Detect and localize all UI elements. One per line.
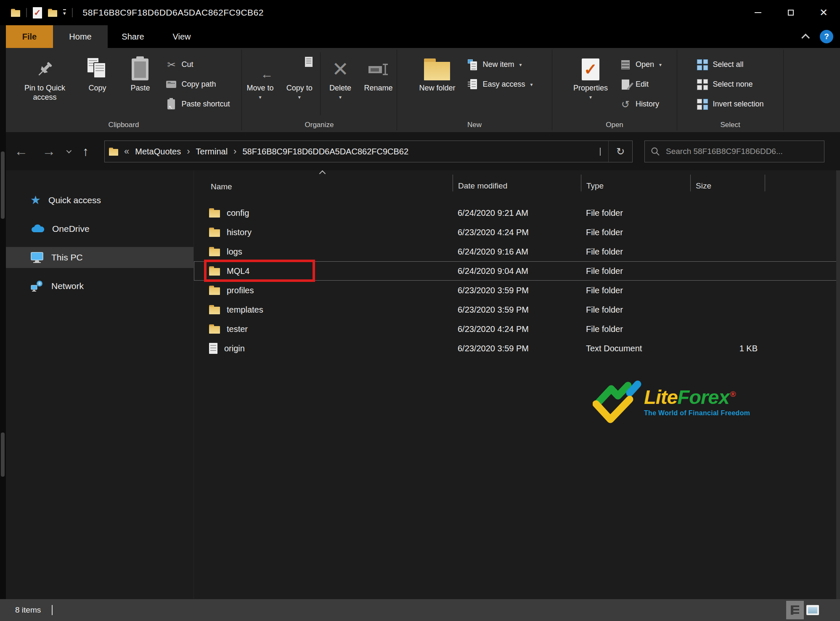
large-icons-view-button[interactable] xyxy=(804,601,821,619)
select-all-button[interactable]: Select all xyxy=(697,55,763,74)
minimize-button[interactable] xyxy=(742,0,774,25)
sidebar-item-this-pc[interactable]: This PC xyxy=(0,247,193,268)
file-row-profiles[interactable]: profiles 6/23/2020 3:59 PM File folder xyxy=(194,281,840,300)
copy-path-button[interactable]: Copy path xyxy=(165,74,230,94)
background-scrollbar-artifact xyxy=(1,151,5,219)
vertical-scrollbar[interactable] xyxy=(836,170,840,599)
paste-button[interactable]: Paste xyxy=(122,50,158,93)
sidebar-item-network[interactable]: Network xyxy=(0,276,193,297)
pin-to-quick-access-button[interactable]: Pin to Quick access xyxy=(17,50,72,102)
sidebar-item-quick-access[interactable]: ★ Quick access xyxy=(0,190,193,211)
close-button[interactable]: ✕ xyxy=(807,0,840,25)
registered-mark: ® xyxy=(730,390,736,398)
refresh-icon[interactable]: ↻ xyxy=(608,141,632,162)
file-row-tester[interactable]: tester 6/23/2020 4:24 PM File folder xyxy=(194,319,840,339)
move-to-button[interactable]: ← Move to xyxy=(242,50,278,102)
select-none-button[interactable]: Select none xyxy=(697,74,763,94)
tab-view[interactable]: View xyxy=(158,25,205,48)
main-area: ★ Quick access OneDrive This PC xyxy=(0,170,840,599)
file-rows: config 6/24/2020 9:21 AM File folder his… xyxy=(194,203,840,358)
properties-check-icon[interactable]: ✓ xyxy=(33,7,42,19)
details-view-icon xyxy=(791,605,799,615)
paste-shortcut-button[interactable]: Paste shortcut xyxy=(165,94,230,114)
new-folder-button[interactable]: New folder xyxy=(416,50,458,93)
ribbon-separator xyxy=(783,50,784,130)
tab-home[interactable]: Home xyxy=(53,25,108,48)
invert-selection-button[interactable]: Invert selection xyxy=(697,94,763,114)
file-name: config xyxy=(227,208,249,218)
navigation-bar: ← → ↑ « MetaQuotes › Terminal › 58F16B8C… xyxy=(0,132,840,170)
details-view-button[interactable] xyxy=(786,601,804,619)
open-label: Open xyxy=(636,60,654,69)
sidebar-item-onedrive[interactable]: OneDrive xyxy=(0,218,193,239)
breadcrumb-item-metaquotes[interactable]: MetaQuotes xyxy=(135,147,181,157)
column-header-type[interactable]: Type xyxy=(581,175,690,191)
breadcrumb-item-guid[interactable]: 58F16B8C9F18D6DD6A5DAC862FC9CB62 xyxy=(242,147,408,157)
window-title: 58F16B8C9F18D6DD6A5DAC862FC9CB62 xyxy=(83,8,264,18)
column-header-date-modified[interactable]: Date modified xyxy=(453,175,581,191)
forward-button[interactable]: → xyxy=(42,132,56,170)
new-item-button[interactable]: New item xyxy=(466,55,533,74)
file-row-origin[interactable]: origin 6/23/2020 3:59 PM Text Document 1… xyxy=(194,339,840,358)
window-controls: ✕ xyxy=(742,0,840,25)
paste-shortcut-label: Paste shortcut xyxy=(181,100,230,109)
column-header-name[interactable]: Name xyxy=(194,182,453,191)
sidebar: ★ Quick access OneDrive This PC xyxy=(0,170,193,599)
column-header-size[interactable]: Size xyxy=(690,175,765,191)
tab-file[interactable]: File xyxy=(6,25,53,48)
liteforex-watermark: LiteForex® The World of Financial Freedo… xyxy=(593,378,750,425)
easy-access-button[interactable]: Easy access xyxy=(466,74,533,94)
maximize-button[interactable] xyxy=(774,0,807,25)
breadcrumb-collapsed-icon[interactable]: « xyxy=(124,146,129,157)
file-type: File folder xyxy=(581,286,690,295)
select-none-icon xyxy=(697,79,708,90)
toolbar-separator xyxy=(26,8,27,17)
invert-selection-icon xyxy=(697,99,708,110)
search-box[interactable] xyxy=(644,141,824,162)
address-dropdown-icon[interactable] xyxy=(592,148,608,155)
file-row-history[interactable]: history 6/23/2020 4:24 PM File folder xyxy=(194,223,840,242)
this-pc-monitor-icon xyxy=(30,252,44,263)
tab-share[interactable]: Share xyxy=(108,25,158,48)
address-folder-icon xyxy=(109,148,118,156)
history-button[interactable]: ↺ History xyxy=(620,94,662,114)
delete-icon: ✕ xyxy=(332,56,349,83)
customize-toolbar-caret-icon[interactable]: ▾ xyxy=(63,9,66,16)
breadcrumb-chevron-icon[interactable]: › xyxy=(187,146,190,157)
sidebar-label: Network xyxy=(51,281,84,291)
address-bar[interactable]: « MetaQuotes › Terminal › 58F16B8C9F18D6… xyxy=(104,141,633,162)
ribbon-corner-controls: ? xyxy=(804,25,833,48)
folder-icon xyxy=(209,228,220,237)
delete-button[interactable]: ✕ Delete xyxy=(323,50,358,102)
file-row-mql4[interactable]: MQL4 6/24/2020 9:04 AM File folder xyxy=(194,261,840,281)
rename-button[interactable]: Rename xyxy=(360,50,397,93)
copy-to-button[interactable]: Copy to xyxy=(281,50,318,102)
properties-button[interactable]: ✓ Properties xyxy=(567,50,614,102)
easy-access-label: Easy access xyxy=(482,80,525,89)
help-icon[interactable]: ? xyxy=(820,30,833,43)
sidebar-label: This PC xyxy=(51,252,83,263)
breadcrumb-item-terminal[interactable]: Terminal xyxy=(196,147,228,157)
new-group-label: New xyxy=(397,119,552,132)
edit-icon xyxy=(620,80,631,90)
copy-button[interactable]: Copy xyxy=(79,50,115,93)
new-item-label: New item xyxy=(482,60,514,69)
open-button[interactable]: Open xyxy=(620,55,662,74)
search-input[interactable] xyxy=(666,147,818,156)
file-row-templates[interactable]: templates 6/23/2020 3:59 PM File folder xyxy=(194,300,840,319)
search-icon xyxy=(651,147,660,156)
file-date: 6/24/2020 9:04 AM xyxy=(453,266,581,276)
up-button[interactable]: ↑ xyxy=(82,132,89,170)
recent-locations-caret-icon[interactable] xyxy=(66,132,70,170)
new-folder-qat-icon[interactable] xyxy=(48,9,57,17)
edit-button[interactable]: Edit xyxy=(620,74,662,94)
file-row-logs[interactable]: logs 6/24/2020 9:16 AM File folder xyxy=(194,242,840,261)
breadcrumb-chevron-icon[interactable]: › xyxy=(233,146,236,157)
file-row-config[interactable]: config 6/24/2020 9:21 AM File folder xyxy=(194,203,840,223)
paste-label: Paste xyxy=(130,83,150,93)
back-button[interactable]: ← xyxy=(14,132,28,170)
quick-access-toolbar: ✓ ▾ 58F16B8C9F18D6DD6A5DAC862FC9CB62 xyxy=(0,7,264,19)
ribbon-group-select: Select all Select none Invert selection … xyxy=(677,48,783,132)
pin-icon xyxy=(35,56,54,83)
cut-button[interactable]: ✂ Cut xyxy=(165,55,230,74)
